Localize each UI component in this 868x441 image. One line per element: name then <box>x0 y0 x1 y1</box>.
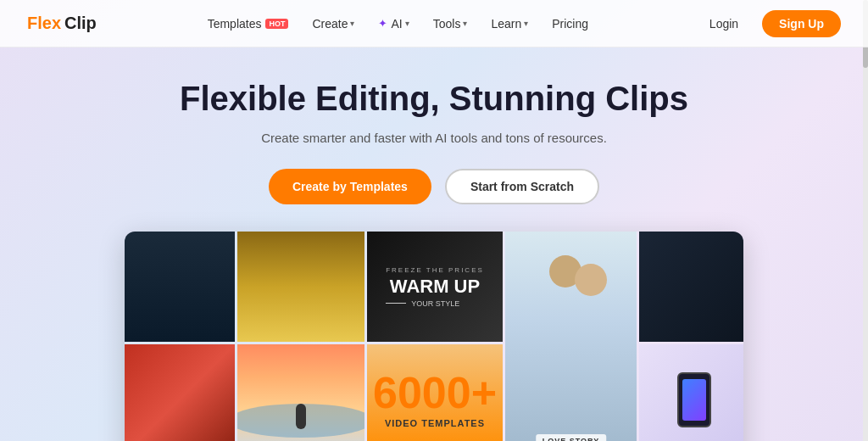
create-templates-button[interactable]: Create by Templates <box>269 169 431 204</box>
ai-label: AI <box>391 17 402 31</box>
template-cell-dark[interactable] <box>639 232 743 342</box>
template-cell-count[interactable]: 6000+ VIDEO TEMPLATES <box>367 344 503 441</box>
nav-item-templates[interactable]: Templates HOT <box>208 17 289 31</box>
template-cell-warm[interactable] <box>237 232 364 342</box>
warmup-freeze-text: FREEZE THE PRICES <box>386 266 484 274</box>
template-cell-flowers[interactable] <box>125 344 235 441</box>
create-label: Create <box>312 17 348 31</box>
template-count-number: 6000+ <box>373 371 497 415</box>
learn-label: Learn <box>491 17 521 31</box>
nav-auth: Login Sign Up <box>699 10 841 37</box>
template-showcase: FREEZE THE PRICES WARM UP YOUR STYLE 600… <box>125 232 743 441</box>
logo[interactable]: FlexClip <box>27 14 97 33</box>
template-cell-warmup[interactable]: FREEZE THE PRICES WARM UP YOUR STYLE <box>367 232 503 342</box>
template-count-label: VIDEO TEMPLATES <box>373 418 497 428</box>
chevron-down-icon-learn: ▾ <box>524 19 528 28</box>
love-story-badge: LOVE STORY <box>536 434 607 441</box>
start-scratch-button[interactable]: Start from Scratch <box>445 169 599 204</box>
chevron-down-icon: ▾ <box>350 19 354 28</box>
hero-subtitle: Create smarter and faster with AI tools … <box>0 131 868 145</box>
nav-links: Templates HOT Create ▾ ✦ AI ▾ Tools ▾ <box>208 17 588 31</box>
hero-title: Flexible Editing, Stunning Clips <box>0 78 868 119</box>
navbar: FlexClip Templates HOT Create ▾ ✦ AI ▾ T… <box>0 0 868 47</box>
pricing-label: Pricing <box>552 17 588 31</box>
nav-item-learn[interactable]: Learn ▾ <box>491 17 528 31</box>
template-cell-surfer[interactable] <box>237 344 364 441</box>
phone-mockup <box>677 372 711 427</box>
template-cell-stars[interactable] <box>125 232 235 342</box>
nav-item-tools[interactable]: Tools ▾ <box>433 17 468 31</box>
warmup-arrow: YOUR STYLE <box>386 299 484 308</box>
templates-badge: HOT <box>265 19 288 29</box>
nav-item-ai[interactable]: ✦ AI ▾ <box>378 17 409 31</box>
logo-flex: Flex <box>27 14 61 33</box>
templates-label: Templates <box>208 17 262 31</box>
warmup-main-text: WARM UP <box>386 277 484 296</box>
hero-buttons: Create by Templates Start from Scratch <box>0 169 868 204</box>
template-cell-phone[interactable] <box>639 344 743 441</box>
hero-section: Flexible Editing, Stunning Clips Create … <box>0 47 868 441</box>
login-button[interactable]: Login <box>699 12 748 36</box>
chevron-down-icon-tools: ▾ <box>463 19 467 28</box>
logo-clip: Clip <box>64 14 97 33</box>
tools-label: Tools <box>433 17 461 31</box>
nav-item-create[interactable]: Create ▾ <box>312 17 354 31</box>
ai-star-icon: ✦ <box>378 17 387 30</box>
signup-button[interactable]: Sign Up <box>762 10 841 37</box>
chevron-down-icon-ai: ▾ <box>405 19 409 28</box>
warmup-sub-text: YOUR STYLE <box>411 299 459 308</box>
template-grid: FREEZE THE PRICES WARM UP YOUR STYLE 600… <box>125 232 743 441</box>
template-cell-couple[interactable]: LOVE STORY <box>505 232 637 441</box>
nav-item-pricing[interactable]: Pricing <box>552 17 588 31</box>
